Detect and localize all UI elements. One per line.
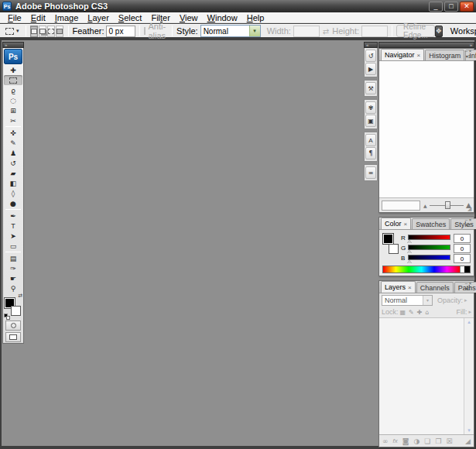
- refine-edge-button[interactable]: Refine Edge...: [396, 25, 435, 37]
- lasso-tool[interactable]: ϱ: [4, 85, 22, 95]
- lock-all-icon[interactable]: ⌂: [425, 309, 429, 316]
- add-to-selection-button[interactable]: [39, 26, 46, 37]
- panel-minimize-icon[interactable]: – ×: [465, 218, 472, 223]
- blend-mode-select[interactable]: Normal ▾: [382, 295, 433, 306]
- go-to-bridge-button[interactable]: ❖: [435, 26, 443, 37]
- menu-select[interactable]: Select: [114, 13, 147, 22]
- clone-source-panel-icon[interactable]: ▣: [365, 115, 376, 127]
- menu-edit[interactable]: Edit: [26, 13, 50, 22]
- tab-swatches[interactable]: Swatches: [412, 218, 450, 229]
- tab-navigator[interactable]: Navigator ×: [381, 49, 424, 60]
- scroll-up-icon[interactable]: ▴: [467, 319, 471, 325]
- green-slider[interactable]: [408, 245, 450, 250]
- rectangle-shape-tool[interactable]: ▭: [4, 241, 22, 251]
- spot-healing-tool[interactable]: ✜: [4, 128, 22, 138]
- height-input[interactable]: [361, 26, 388, 37]
- layers-scrollbar[interactable]: ▴ ▾: [464, 318, 474, 434]
- chevron-down-icon[interactable]: ▾: [249, 26, 260, 36]
- tab-channels[interactable]: Channels: [416, 282, 454, 293]
- spectrum-gradient[interactable]: [383, 266, 460, 272]
- layer-mask-icon[interactable]: ◙: [402, 437, 409, 445]
- menu-filter[interactable]: Filter: [146, 13, 174, 22]
- resize-grip-icon[interactable]: ◢: [467, 206, 474, 212]
- color-spectrum-ramp[interactable]: [382, 266, 471, 273]
- tab-layers[interactable]: Layers ×: [381, 281, 416, 293]
- menu-image[interactable]: Image: [50, 13, 84, 22]
- brushes-panel-icon[interactable]: ✾: [365, 101, 376, 114]
- lock-position-icon[interactable]: ✚: [417, 309, 423, 316]
- lock-transparency-icon[interactable]: ▦: [400, 309, 406, 316]
- workspace-dropdown[interactable]: Workspace ▼: [450, 26, 476, 36]
- red-value-input[interactable]: 0: [454, 234, 471, 243]
- panel-minimize-icon[interactable]: – ×: [465, 49, 472, 54]
- actions-panel-icon[interactable]: ▶: [365, 63, 376, 75]
- blur-tool[interactable]: ◊: [4, 188, 22, 198]
- chevron-down-icon[interactable]: ▾: [423, 296, 432, 305]
- menu-layer[interactable]: Layer: [83, 13, 114, 22]
- zoom-out-icon[interactable]: ▲: [423, 203, 427, 208]
- close-button[interactable]: ✕: [460, 2, 474, 12]
- hand-tool[interactable]: ☛: [4, 273, 22, 283]
- icon-dock-expand-handle[interactable]: «: [364, 42, 378, 48]
- antialias-checkbox[interactable]: [144, 27, 146, 35]
- crop-tool[interactable]: ⊞: [4, 105, 22, 115]
- swap-colors-icon[interactable]: ⇄: [18, 293, 22, 299]
- slider-thumb[interactable]: [445, 201, 450, 209]
- default-colors-icon[interactable]: [4, 314, 10, 320]
- gradient-tool[interactable]: ◧: [4, 178, 22, 188]
- slider-thumb[interactable]: [407, 240, 412, 243]
- navigator-zoom-input[interactable]: [382, 201, 420, 211]
- link-layers-icon[interactable]: ∞: [382, 437, 389, 445]
- adjustment-layer-icon[interactable]: ◑: [413, 437, 419, 445]
- intersect-selection-button[interactable]: [56, 26, 63, 37]
- quick-mask-button[interactable]: [5, 320, 21, 331]
- pen-tool[interactable]: ✒: [4, 211, 22, 221]
- eyedropper-tool[interactable]: ✑: [4, 263, 22, 273]
- panel-menu-icon[interactable]: ▾≡: [466, 286, 471, 292]
- style-select[interactable]: Normal ▾: [200, 25, 261, 37]
- scroll-down-icon[interactable]: ▾: [467, 427, 471, 434]
- history-brush-tool[interactable]: ↺: [4, 158, 22, 168]
- rectangular-marquee-tool[interactable]: [4, 75, 22, 85]
- fill-dropdown-icon[interactable]: ▸: [468, 309, 471, 315]
- panel-menu-icon[interactable]: ▾≡: [466, 223, 471, 228]
- clone-stamp-tool[interactable]: ♟: [4, 148, 22, 158]
- blue-value-input[interactable]: 0: [454, 254, 471, 263]
- close-tab-icon[interactable]: ×: [417, 52, 421, 59]
- tool-presets-panel-icon[interactable]: ⚒: [365, 82, 376, 94]
- close-tab-icon[interactable]: ×: [408, 284, 412, 291]
- screen-mode-button[interactable]: [5, 332, 21, 342]
- brush-tool[interactable]: ✎: [4, 138, 22, 148]
- history-panel-icon[interactable]: ↺: [365, 50, 376, 62]
- green-value-input[interactable]: 0: [454, 244, 471, 253]
- opacity-dropdown-icon[interactable]: ▸: [464, 297, 467, 303]
- slider-thumb[interactable]: [407, 250, 412, 253]
- menu-file[interactable]: File: [3, 13, 26, 22]
- paragraph-panel-icon[interactable]: ¶: [365, 147, 376, 159]
- width-input[interactable]: [293, 26, 320, 37]
- slice-tool[interactable]: ✂: [4, 115, 22, 125]
- lock-pixels-icon[interactable]: ✎: [409, 309, 414, 316]
- path-selection-tool[interactable]: ➤: [4, 231, 22, 241]
- navigator-zoom-slider[interactable]: [430, 201, 464, 210]
- layers-list[interactable]: ▴ ▾: [379, 318, 474, 435]
- layer-style-icon[interactable]: fx: [393, 437, 398, 444]
- layer-comps-panel-icon[interactable]: ≡: [365, 166, 376, 179]
- character-panel-icon[interactable]: A: [365, 134, 376, 146]
- tab-color[interactable]: Color ×: [381, 218, 411, 229]
- type-tool[interactable]: T: [4, 221, 22, 231]
- panel-menu-icon[interactable]: ▾≡: [466, 54, 471, 60]
- close-tab-icon[interactable]: ×: [404, 221, 408, 228]
- foreground-color-swatch[interactable]: [383, 234, 393, 244]
- panel-dock-collapse-handle[interactable]: »: [378, 42, 474, 48]
- delete-layer-icon[interactable]: ☒: [446, 437, 452, 445]
- menu-help[interactable]: Help: [242, 13, 269, 22]
- move-tool[interactable]: ✚: [4, 65, 22, 75]
- maximize-button[interactable]: □: [444, 2, 458, 12]
- new-layer-icon[interactable]: ❐: [435, 437, 441, 445]
- new-group-icon[interactable]: ❏: [424, 437, 430, 445]
- red-slider[interactable]: [408, 235, 450, 240]
- background-color-swatch[interactable]: [11, 306, 21, 316]
- notes-tool[interactable]: ▤: [4, 253, 22, 263]
- resize-grip-icon[interactable]: ◢: [465, 437, 471, 445]
